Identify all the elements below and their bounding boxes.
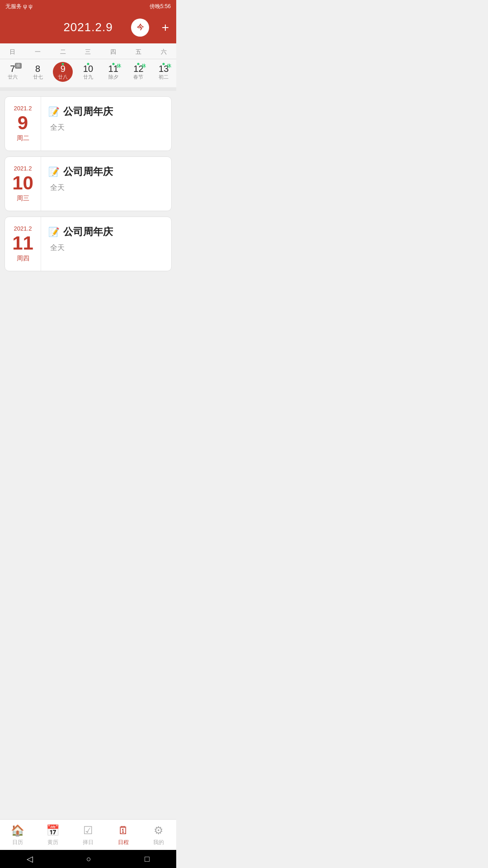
schedule-day-num: 10	[12, 174, 33, 193]
schedule-weekday: 周三	[17, 194, 29, 203]
status-left: 无服务 ψ ψ	[5, 3, 33, 10]
schedule-note-icon: 📝	[48, 166, 60, 177]
schedule-time: 全天	[48, 183, 164, 193]
schedule-title-row: 📝 公司周年庆	[48, 105, 164, 118]
calendar-day[interactable]: 13初二休	[151, 62, 176, 82]
calendar-row: 7廿六班8廿七9廿八10廿九11除夕休12春节休13初二休	[0, 59, 176, 87]
status-right: 傍晚5:56	[150, 3, 171, 10]
schedule-card[interactable]: 2021.2 11 周四 📝 公司周年庆 全天	[5, 217, 172, 271]
schedule-year-month: 2021.2	[14, 225, 32, 232]
schedule-day-num: 11	[12, 234, 33, 253]
week-day-label: 三	[75, 48, 101, 56]
schedule-day-num: 9	[18, 113, 28, 132]
schedule-content: 📝 公司周年庆 全天	[41, 97, 171, 151]
schedule-content: 📝 公司周年庆 全天	[41, 217, 171, 271]
schedule-date: 2021.2 9 周二	[5, 97, 41, 151]
header: 2021.2.9 今 +	[0, 13, 176, 43]
status-bar: 无服务 ψ ψ 傍晚5:56	[0, 0, 176, 13]
schedule-note-icon: 📝	[48, 226, 60, 237]
section-divider	[0, 87, 176, 91]
calendar-day[interactable]: 11除夕休	[101, 62, 126, 82]
week-day-label: 二	[50, 48, 75, 56]
schedule-card[interactable]: 2021.2 10 周三 📝 公司周年庆 全天	[5, 156, 172, 211]
calendar-day[interactable]: 7廿六班	[0, 62, 25, 82]
week-header: 日一二三四五六	[0, 43, 176, 59]
schedule-title: 公司周年庆	[63, 225, 113, 239]
calendar-day[interactable]: 9廿八	[50, 62, 75, 82]
calendar-day[interactable]: 12春节休	[126, 62, 151, 82]
header-title: 2021.2.9	[63, 20, 113, 34]
schedule-year-month: 2021.2	[14, 165, 32, 172]
schedule-weekday: 周二	[17, 134, 29, 142]
schedule-note-icon: 📝	[48, 106, 60, 117]
schedule-title: 公司周年庆	[63, 165, 113, 179]
schedule-date: 2021.2 10 周三	[5, 157, 41, 211]
schedule-year-month: 2021.2	[14, 105, 32, 112]
schedule-title-row: 📝 公司周年庆	[48, 165, 164, 179]
schedule-date: 2021.2 11 周四	[5, 217, 41, 271]
week-day-label: 四	[101, 48, 126, 56]
schedule-weekday: 周四	[17, 255, 29, 263]
week-day-label: 五	[126, 48, 151, 56]
schedule-time: 全天	[48, 123, 164, 132]
calendar-day[interactable]: 8廿七	[25, 62, 51, 82]
schedule-list: 2021.2 9 周二 📝 公司周年庆 全天 2021.2 10 周三 📝 公司…	[0, 91, 176, 326]
calendar-day[interactable]: 10廿九	[75, 62, 101, 82]
schedule-card[interactable]: 2021.2 9 周二 📝 公司周年庆 全天	[5, 96, 172, 151]
week-day-label: 日	[0, 48, 25, 56]
week-day-label: 六	[151, 48, 176, 56]
week-day-label: 一	[25, 48, 51, 56]
add-button[interactable]: +	[162, 20, 169, 35]
schedule-content: 📝 公司周年庆 全天	[41, 157, 171, 211]
schedule-title: 公司周年庆	[63, 105, 113, 118]
schedule-time: 全天	[48, 243, 164, 253]
today-button[interactable]: 今	[131, 19, 149, 37]
schedule-title-row: 📝 公司周年庆	[48, 225, 164, 239]
